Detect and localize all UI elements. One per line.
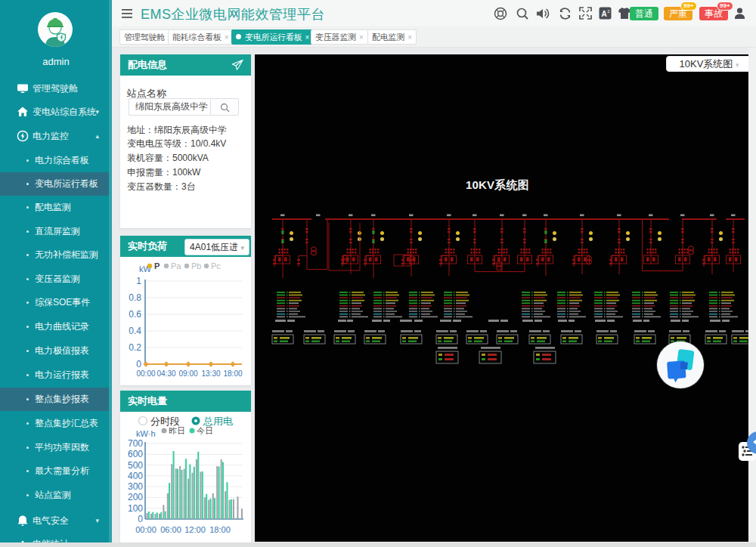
svg-text:0.8: 0.8 bbox=[129, 292, 141, 303]
svg-text:100: 100 bbox=[128, 503, 143, 514]
svg-text:0: 0 bbox=[138, 514, 143, 524]
svg-text:04:30: 04:30 bbox=[156, 369, 175, 378]
svg-text:0.6: 0.6 bbox=[129, 309, 141, 320]
svg-text:600: 600 bbox=[128, 449, 143, 459]
svg-text:0: 0 bbox=[136, 359, 141, 369]
svg-text:分时段: 分时段 bbox=[150, 416, 180, 427]
svg-text:12:00: 12:00 bbox=[184, 525, 206, 534]
svg-text:18:00: 18:00 bbox=[223, 369, 242, 378]
svg-text:18:00: 18:00 bbox=[209, 525, 231, 534]
svg-text:总用电: 总用电 bbox=[203, 416, 233, 427]
svg-text:Pb: Pb bbox=[191, 261, 201, 270]
svg-text:昨日: 昨日 bbox=[169, 426, 185, 435]
svg-text:Pc: Pc bbox=[211, 261, 221, 270]
svg-text:今日: 今日 bbox=[197, 426, 213, 435]
svg-text:200: 200 bbox=[128, 492, 143, 502]
svg-text:400: 400 bbox=[128, 471, 143, 481]
svg-text:500: 500 bbox=[128, 460, 143, 471]
svg-text:00:00: 00:00 bbox=[136, 369, 155, 378]
svg-text:06:00: 06:00 bbox=[160, 525, 181, 534]
svg-text:A: A bbox=[601, 10, 606, 18]
svg-text:300: 300 bbox=[128, 481, 143, 492]
svg-text:kW·h: kW·h bbox=[136, 429, 156, 438]
svg-text:00:00: 00:00 bbox=[135, 525, 156, 534]
svg-text:0.2: 0.2 bbox=[129, 342, 141, 353]
svg-text:1: 1 bbox=[136, 276, 141, 286]
svg-text:13:30: 13:30 bbox=[201, 369, 220, 378]
svg-text:Pa: Pa bbox=[171, 261, 181, 270]
svg-text:0.4: 0.4 bbox=[129, 326, 141, 336]
svg-text:P: P bbox=[154, 261, 160, 270]
svg-text:700: 700 bbox=[128, 438, 143, 449]
svg-text:09:00: 09:00 bbox=[178, 369, 197, 378]
